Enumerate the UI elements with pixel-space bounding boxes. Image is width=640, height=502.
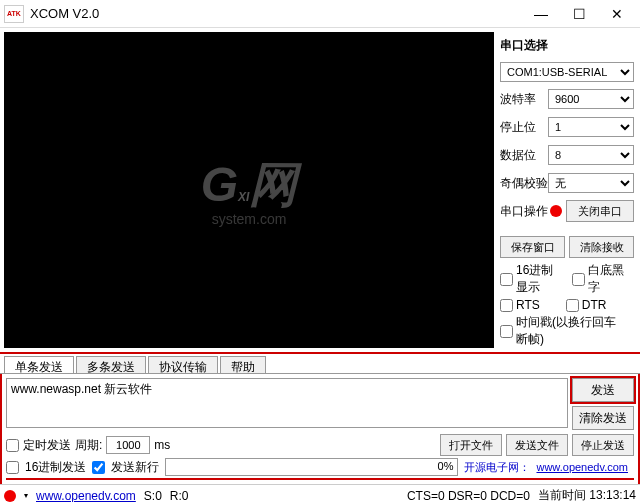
timed-send-label: 定时发送 — [23, 437, 71, 454]
port-select-label: 串口选择 — [500, 37, 548, 54]
close-button[interactable]: ✕ — [598, 1, 636, 27]
status-sent: S:0 — [144, 489, 162, 503]
period-label: 周期: — [75, 437, 102, 454]
stop-send-button[interactable]: 停止发送 — [572, 434, 634, 456]
send-newline-label: 发送新行 — [111, 459, 159, 476]
status-indicator-icon — [4, 490, 16, 502]
link-label: 开源电子网： — [464, 460, 530, 475]
hex-display-checkbox[interactable] — [500, 273, 513, 286]
openedv-link[interactable]: www.openedv.com — [536, 461, 628, 473]
hex-send-checkbox[interactable] — [6, 461, 19, 474]
hex-display-label: 16进制显示 — [516, 262, 564, 296]
clear-receive-button[interactable]: 清除接收 — [569, 236, 634, 258]
tab-single-send[interactable]: 单条发送 — [4, 356, 74, 373]
port-status-icon — [550, 205, 562, 217]
dtr-label: DTR — [582, 298, 607, 312]
rts-checkbox[interactable] — [500, 299, 513, 312]
parity-select[interactable]: 无 — [548, 173, 634, 193]
tab-protocol[interactable]: 协议传输 — [148, 356, 218, 373]
minimize-button[interactable]: — — [522, 1, 560, 27]
stop-select[interactable]: 1 — [548, 117, 634, 137]
port-select[interactable]: COM1:USB-SERIAL — [500, 62, 634, 82]
stop-label: 停止位 — [500, 119, 548, 136]
send-file-button[interactable]: 发送文件 — [506, 434, 568, 456]
period-unit: ms — [154, 438, 170, 452]
watermark: GXI网 system.com — [201, 153, 298, 227]
white-black-label: 白底黑字 — [588, 262, 626, 296]
send-input[interactable] — [6, 378, 568, 428]
save-window-button[interactable]: 保存窗口 — [500, 236, 565, 258]
close-port-button[interactable]: 关闭串口 — [566, 200, 634, 222]
status-dropdown-icon[interactable]: ▾ — [24, 491, 28, 500]
progress-bar: 0% — [165, 458, 458, 476]
timestamp-checkbox[interactable] — [500, 325, 513, 338]
timed-send-checkbox[interactable] — [6, 439, 19, 452]
data-select[interactable]: 8 — [548, 145, 634, 165]
hex-send-label: 16进制发送 — [25, 459, 86, 476]
timestamp-label: 时间戳(以换行回车断帧) — [516, 314, 626, 348]
status-received: R:0 — [170, 489, 189, 503]
window-title: XCOM V2.0 — [30, 6, 522, 21]
status-url[interactable]: www.openedv.com — [36, 489, 136, 503]
white-black-checkbox[interactable] — [572, 273, 585, 286]
status-signals: CTS=0 DSR=0 DCD=0 — [407, 489, 530, 503]
status-time: 当前时间 13:13:14 — [538, 487, 636, 502]
clear-send-button[interactable]: 清除发送 — [572, 406, 634, 430]
dtr-checkbox[interactable] — [566, 299, 579, 312]
maximize-button[interactable]: ☐ — [560, 1, 598, 27]
rts-label: RTS — [516, 298, 540, 312]
parity-label: 奇偶校验 — [500, 175, 548, 192]
data-label: 数据位 — [500, 147, 548, 164]
baud-select[interactable]: 9600 — [548, 89, 634, 109]
send-button[interactable]: 发送 — [572, 378, 634, 402]
period-input[interactable] — [106, 436, 150, 454]
baud-label: 波特率 — [500, 91, 548, 108]
terminal-output: GXI网 system.com — [4, 32, 494, 348]
open-file-button[interactable]: 打开文件 — [440, 434, 502, 456]
port-op-label: 串口操作 — [500, 203, 548, 220]
progress-value: 0% — [438, 460, 454, 472]
tab-multi-send[interactable]: 多条发送 — [76, 356, 146, 373]
tab-help[interactable]: 帮助 — [220, 356, 266, 373]
send-newline-checkbox[interactable] — [92, 461, 105, 474]
app-logo: ATK — [4, 5, 24, 23]
